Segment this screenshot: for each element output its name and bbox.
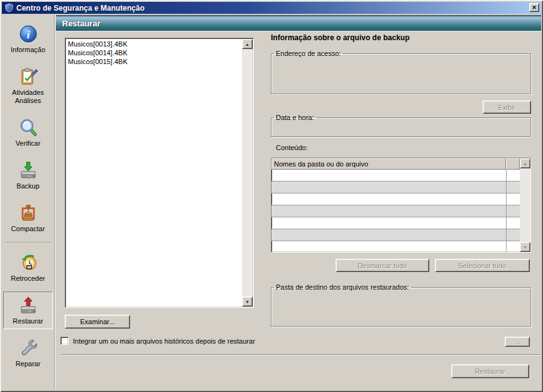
arrow-down-icon: ▼ xyxy=(523,245,527,249)
rollback-clock-icon xyxy=(18,253,38,273)
integrate-checkbox-label[interactable]: Integrar um ou mais arquivos históricos … xyxy=(73,337,255,345)
content-table-header: Nomes da pasta ou do arquivo xyxy=(272,158,520,170)
app-body: i Informação Ativi xyxy=(2,14,541,390)
sidebar-item-label: Informação xyxy=(11,46,45,54)
sidebar-item-label: Compactar xyxy=(11,225,45,233)
sidebar-item-verificar[interactable]: Verificar xyxy=(3,114,53,151)
address-group-label: Endereço de acesso: xyxy=(274,50,343,57)
table-scroll-down-button[interactable]: ▼ xyxy=(520,242,530,252)
sidebar-item-label: Backup xyxy=(16,182,40,190)
column-header-name[interactable]: Nomes da pasta ou do arquivo xyxy=(272,158,506,170)
app-window: Centro de Segurança e Manutenção ✕ i Inf… xyxy=(0,0,543,392)
info-panel-heading: Informação sobre o arquivo de backup xyxy=(271,33,410,42)
magnifier-icon xyxy=(18,117,38,138)
sidebar-item-label: Reparar xyxy=(16,360,41,368)
sidebar-item-informacao[interactable]: i Informação xyxy=(3,20,53,58)
sidebar-item-label: Verificar xyxy=(16,139,41,148)
table-row xyxy=(272,217,520,229)
backup-file-list: Musicos[0013].4BKMusicos[0014].4BKMusico… xyxy=(67,40,241,306)
restore-button[interactable]: Restaurar xyxy=(451,364,529,378)
sidebar-item-compactar[interactable]: Compactar xyxy=(3,199,53,237)
address-groupbox: Endereço de acesso: xyxy=(271,50,531,94)
arrow-up-icon: ▲ xyxy=(245,42,250,46)
sidebar-item-retroceder[interactable]: Retroceder xyxy=(3,249,53,286)
destination-groupbox: Pasta de destino dos arquivos restaurado… xyxy=(271,283,531,327)
integrate-checkbox-row: Integrar um ou mais arquivos históricos … xyxy=(60,337,255,345)
table-row xyxy=(272,193,520,205)
browse-destination-button[interactable]: ... xyxy=(505,337,530,347)
bottom-divider xyxy=(61,354,540,356)
table-scrollbar[interactable]: ▲ ▼ xyxy=(520,158,530,252)
listbox-scrollbar[interactable]: ▲ ▼ xyxy=(242,39,253,307)
table-row xyxy=(272,182,520,193)
svg-text:i: i xyxy=(26,29,30,41)
integrate-checkbox[interactable] xyxy=(60,337,69,345)
sidebar-item-label: Retroceder xyxy=(11,275,45,283)
datetime-group-label: Data e hora: xyxy=(274,114,316,121)
content-label: Conteúdo: xyxy=(276,144,308,151)
scrollbar-track[interactable] xyxy=(242,49,253,297)
section-title: Restaurar xyxy=(62,19,101,28)
arrow-up-icon: ▲ xyxy=(523,161,527,166)
content-table[interactable]: Nomes da pasta ou do arquivo ▲ ▼ xyxy=(271,158,531,253)
examine-button-label: Examinar... xyxy=(80,318,114,325)
table-row xyxy=(272,229,520,241)
wrench-icon xyxy=(18,338,38,358)
backup-file-item[interactable]: Musicos[0014].4BK xyxy=(67,48,241,57)
content-table-main: Nomes da pasta ou do arquivo xyxy=(272,158,520,252)
sidebar-item-restaurar[interactable]: Restaurar xyxy=(3,291,53,329)
backup-file-listbox[interactable]: Musicos[0013].4BKMusicos[0014].4BKMusico… xyxy=(65,38,254,308)
select-all-button[interactable]: Selecionar tudo xyxy=(435,259,530,272)
sidebar-item-label: Restaurar xyxy=(13,317,43,325)
destination-group-label: Pasta de destino dos arquivos restaurado… xyxy=(274,283,411,291)
backup-file-item[interactable]: Musicos[0013].4BK xyxy=(67,40,241,48)
datetime-groupbox: Data e hora: xyxy=(271,114,531,137)
compress-icon xyxy=(18,203,38,223)
backup-file-item[interactable]: Musicos[0015].4BK xyxy=(67,57,241,66)
activities-clipboard-icon xyxy=(18,67,38,87)
table-row xyxy=(272,170,520,182)
backup-drive-icon xyxy=(18,160,38,180)
window-title: Centro de Segurança e Manutenção xyxy=(16,4,145,13)
content-table-body xyxy=(272,170,520,252)
browse-destination-label: ... xyxy=(514,338,520,346)
table-scroll-up-button[interactable]: ▲ xyxy=(520,158,530,168)
show-button-label: Exibir xyxy=(498,104,516,111)
restore-drive-icon xyxy=(18,295,38,315)
select-all-label: Selecionar tudo xyxy=(458,262,506,270)
shield-icon xyxy=(4,3,14,13)
table-scrollbar-track[interactable] xyxy=(520,168,530,242)
sidebar-item-backup[interactable]: Backup xyxy=(3,156,53,194)
show-button[interactable]: Exibir xyxy=(483,101,531,114)
sidebar-item-label: Atividades Análises xyxy=(4,89,52,105)
sidebar-item-atividades-analises[interactable]: Atividades Análises xyxy=(3,63,53,109)
table-row xyxy=(272,205,520,217)
info-icon: i xyxy=(18,24,38,44)
titlebar[interactable]: Centro de Segurança e Manutenção ✕ xyxy=(2,2,541,14)
section-header: Restaurar xyxy=(56,15,541,31)
sidebar: i Informação Ativi xyxy=(2,14,55,390)
table-row xyxy=(272,241,520,252)
close-button[interactable]: ✕ xyxy=(529,3,539,12)
arrow-down-icon: ▼ xyxy=(245,300,250,304)
scroll-up-button[interactable]: ▲ xyxy=(242,39,253,49)
sidebar-item-reparar[interactable]: Reparar xyxy=(3,334,53,372)
examine-button[interactable]: Examinar... xyxy=(65,315,130,329)
close-icon: ✕ xyxy=(532,5,537,11)
deselect-all-button[interactable]: Desmarcar tudo xyxy=(336,259,429,272)
main-panel: Restaurar Musicos[0013].4BKMusicos[0014]… xyxy=(55,14,541,390)
restore-button-label: Restaurar xyxy=(475,368,505,375)
sidebar-divider xyxy=(6,242,50,242)
deselect-all-label: Desmarcar tudo xyxy=(358,262,407,270)
scroll-down-button[interactable]: ▼ xyxy=(242,297,253,307)
column-header-narrow[interactable] xyxy=(506,158,520,170)
